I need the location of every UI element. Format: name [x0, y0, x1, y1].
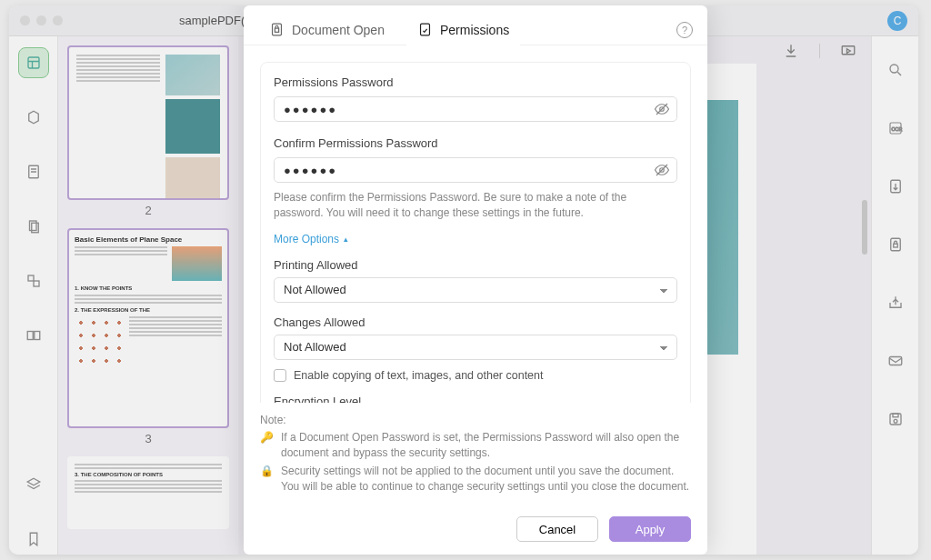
apply-button[interactable]: Apply — [609, 516, 691, 542]
help-icon[interactable]: ? — [676, 22, 693, 38]
eye-hidden-icon[interactable] — [654, 162, 670, 181]
tab-document-open[interactable]: Document Open — [258, 15, 395, 45]
lock-icon: 🔒 — [260, 464, 274, 495]
printing-allowed-label: Printing Allowed — [274, 258, 677, 272]
key-icon: 🔑 — [260, 430, 274, 461]
changes-allowed-label: Changes Allowed — [274, 315, 677, 329]
enable-copy-checkbox[interactable] — [274, 369, 286, 382]
eye-hidden-icon[interactable] — [654, 101, 670, 120]
note-text: Security settings will not be applied to… — [281, 464, 691, 495]
confirm-password-label: Confirm Permissions Password — [274, 136, 677, 150]
notes-heading: Note: — [260, 414, 691, 426]
enable-copy-label: Enable copying of text, images, and othe… — [294, 369, 543, 382]
tab-label: Permissions — [440, 23, 509, 37]
note-text: If a Document Open Password is set, the … — [281, 430, 691, 461]
confirm-hint: Please confirm the Permissions Password.… — [274, 190, 677, 222]
svg-rect-26 — [420, 24, 429, 35]
permissions-password-label: Permissions Password — [274, 75, 677, 89]
permissions-dialog: Document Open Permissions ? Permissions … — [244, 5, 707, 555]
more-options-toggle[interactable]: More Options — [274, 233, 348, 245]
encryption-level-label: Encryption Level — [274, 395, 677, 403]
tab-permissions[interactable]: Permissions — [406, 15, 520, 45]
svg-rect-25 — [275, 28, 278, 32]
cancel-button[interactable]: Cancel — [516, 516, 598, 542]
permissions-password-input[interactable] — [274, 96, 677, 122]
tab-label: Document Open — [292, 23, 385, 37]
printing-allowed-select[interactable]: Not Allowed — [274, 277, 677, 303]
changes-allowed-select[interactable]: Not Allowed — [274, 335, 677, 360]
confirm-password-input[interactable] — [274, 157, 677, 183]
